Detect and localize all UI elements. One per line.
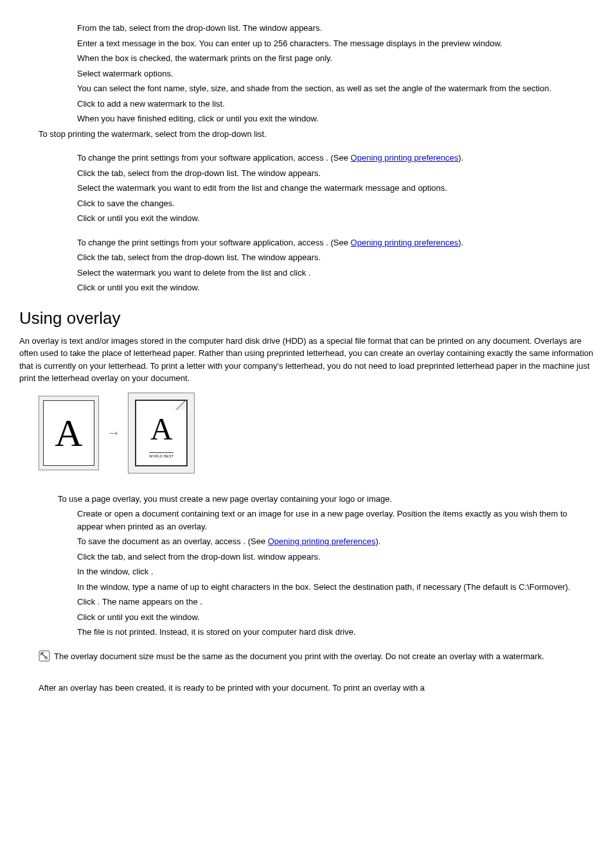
figure-letter-a: A (150, 406, 173, 452)
text-fragment: . (See (243, 536, 267, 546)
step-text: Click the tab, and select from the drop-… (77, 551, 594, 563)
step-text: Click to save the changes. (77, 197, 594, 210)
opening-preferences-link[interactable]: Opening printing preferences (268, 536, 376, 546)
opening-preferences-link[interactable]: Opening printing preferences (351, 238, 459, 247)
step-text: Select the watermark you want to edit fr… (77, 182, 594, 195)
step-text: When the box is checked, the watermark p… (77, 52, 594, 65)
step-text: Click the tab, select from the drop-down… (77, 167, 594, 180)
text-fragment: . (See (326, 238, 350, 247)
step-text: When you have finished editing, click or… (77, 112, 594, 125)
step-text: Click or until you exit the window. (77, 212, 594, 225)
heading-using-overlay: Using overlay (19, 306, 594, 331)
text-fragment: . (See (326, 153, 350, 163)
footer-text: After an overlay has been created, it is… (39, 682, 594, 695)
overlay-create-intro: To use a page overlay, you must create a… (58, 493, 594, 506)
text-fragment: To change the print settings from your s… (77, 238, 326, 247)
text-fragment: ). (375, 536, 380, 546)
overlay-intro: An overlay is text and/or images stored … (19, 335, 594, 385)
figure-letter-a: A (55, 404, 82, 462)
step-text: In the window, click . (77, 565, 594, 578)
text-fragment: To change the print settings from your s… (77, 153, 326, 163)
step-text: In the window, type a name of up to eigh… (77, 581, 594, 594)
step-text: Click to add a new watermark to the list… (77, 98, 594, 111)
step-text: Select the watermark you want to delete … (77, 267, 594, 279)
note-text: The overlay document size must be the sa… (54, 650, 594, 663)
step-text: Click the tab, select from the drop-down… (77, 251, 594, 264)
step-text: To stop printing the watermark, select f… (39, 128, 594, 141)
step-text: You can select the font name, style, siz… (77, 82, 594, 95)
text-fragment: To save the document as an overlay, acce… (77, 536, 243, 546)
step-text: To change the print settings from your s… (77, 152, 594, 164)
text-fragment: ). (458, 153, 463, 163)
step-text: Create or open a document containing tex… (77, 508, 594, 533)
text-fragment: ). (458, 238, 463, 247)
arrow-icon: → (107, 422, 121, 443)
step-text: Select watermark options. (77, 67, 594, 80)
step-text: To change the print settings from your s… (77, 236, 594, 249)
note-icon (39, 650, 50, 662)
step-text: Click . The name appears on the . (77, 596, 594, 608)
figure-caption: WORLD BEST (149, 452, 173, 459)
step-text: To save the document as an overlay, acce… (77, 535, 594, 548)
step-text: The file is not printed. Instead, it is … (77, 626, 594, 639)
step-text: Click or until you exit the window. (77, 281, 594, 294)
opening-preferences-link[interactable]: Opening printing preferences (351, 153, 459, 163)
step-text: From the tab, select from the drop-down … (77, 22, 594, 35)
overlay-figure: A → A WORLD BEST (39, 393, 594, 474)
step-text: Enter a text message in the box. You can… (77, 37, 594, 50)
step-text: Click or until you exit the window. (77, 611, 594, 624)
